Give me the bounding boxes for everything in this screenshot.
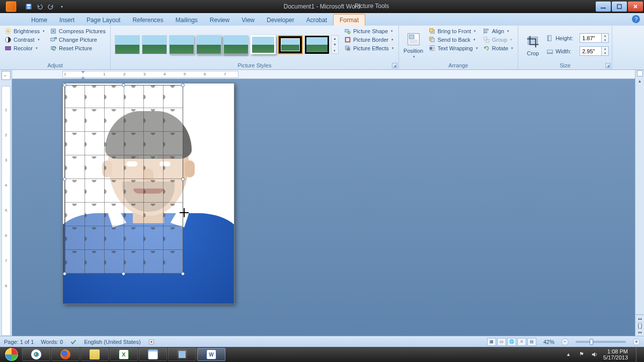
taskbar-excel[interactable]: X <box>110 348 138 361</box>
position-button[interactable]: Position <box>402 27 425 62</box>
vertical-scrollbar[interactable]: ▲ ▴▴ ▾▾ <box>635 70 644 336</box>
proofing-icon[interactable] <box>70 338 77 345</box>
width-spinner[interactable]: ▲▼ <box>580 46 609 56</box>
minimize-button[interactable] <box>596 2 611 12</box>
send-to-back-button[interactable]: Send to Back <box>427 36 479 44</box>
start-button[interactable] <box>2 347 21 362</box>
view-draft[interactable]: ▤ <box>527 338 536 346</box>
group-button[interactable]: Group <box>481 36 515 44</box>
width-up-icon[interactable]: ▲ <box>602 47 608 51</box>
ruler-toggle[interactable] <box>637 70 643 76</box>
rotate-button[interactable]: Rotate <box>481 44 515 52</box>
tab-view[interactable]: View <box>235 15 261 26</box>
tab-references[interactable]: References <box>126 15 169 26</box>
taskbar-chrome[interactable] <box>22 348 50 361</box>
size-launcher[interactable]: ◢ <box>605 63 611 68</box>
taskbar-explorer[interactable] <box>80 348 109 361</box>
tab-developer[interactable]: Developer <box>261 15 300 26</box>
view-print-layout[interactable]: ▦ <box>487 338 496 346</box>
compress-pictures-button[interactable]: Compress Pictures <box>48 27 107 35</box>
styles-gallery-scroll[interactable]: ▲ ▼ ▾ <box>331 35 339 54</box>
tray-show-hidden-icon[interactable]: ▴ <box>567 351 574 358</box>
style-thumb-7[interactable] <box>278 35 303 54</box>
gallery-down-icon[interactable]: ▼ <box>332 42 338 47</box>
taskbar-notepad[interactable] <box>139 348 167 361</box>
taskbar-word[interactable]: W <box>197 348 225 361</box>
height-down-icon[interactable]: ▼ <box>602 38 608 43</box>
style-thumb-4[interactable] <box>196 35 221 54</box>
tab-review[interactable]: Review <box>204 15 235 26</box>
office-button[interactable] <box>0 0 22 13</box>
picture-effects-button[interactable]: Picture Effects <box>343 44 395 52</box>
indent-marker[interactable] <box>81 71 86 79</box>
height-up-icon[interactable]: ▲ <box>602 34 608 38</box>
tab-mailings[interactable]: Mailings <box>170 15 204 26</box>
close-button[interactable] <box>628 2 643 12</box>
style-thumb-2[interactable] <box>142 35 167 54</box>
style-thumb-8[interactable] <box>305 36 329 54</box>
change-picture-button[interactable]: Change Picture <box>48 36 107 44</box>
height-input[interactable] <box>580 34 601 42</box>
text-wrapping-button[interactable]: Text Wrapping <box>427 44 479 52</box>
scroll-up-icon[interactable]: ▲ <box>635 77 644 85</box>
zoom-slider[interactable] <box>576 341 626 343</box>
view-full-screen[interactable]: ▭ <box>497 338 506 346</box>
tab-insert[interactable]: Insert <box>53 15 80 26</box>
picture-styles-gallery[interactable]: ▲ ▼ ▾ <box>114 27 341 62</box>
gallery-up-icon[interactable]: ▲ <box>332 36 338 41</box>
prev-page-icon[interactable]: ▴▴ <box>635 315 644 322</box>
view-outline[interactable]: ≡ <box>517 338 526 346</box>
reset-picture-button[interactable]: Reset Picture <box>48 44 107 52</box>
tab-page-layout[interactable]: Page Layout <box>80 15 126 26</box>
document-page[interactable] <box>62 83 234 304</box>
qat-customize-icon[interactable]: ▾ <box>58 3 65 10</box>
height-spinner[interactable]: ▲▼ <box>580 33 609 43</box>
style-thumb-1[interactable] <box>115 35 140 54</box>
style-thumb-5[interactable] <box>223 35 249 54</box>
taskbar-firefox[interactable] <box>51 348 79 361</box>
view-web-layout[interactable]: 🌐 <box>507 338 516 346</box>
width-down-icon[interactable]: ▼ <box>602 51 608 56</box>
next-page-icon[interactable]: ▾▾ <box>635 329 644 336</box>
align-button[interactable]: Align <box>481 27 515 35</box>
help-icon[interactable]: ? <box>632 15 640 23</box>
puzzle-overlay-selection[interactable] <box>64 85 183 274</box>
macro-record-icon[interactable] <box>148 338 155 345</box>
zoom-out-button[interactable]: − <box>561 338 569 345</box>
status-words[interactable]: Words: 0 <box>41 339 63 345</box>
style-thumb-3[interactable] <box>169 35 194 54</box>
tab-format[interactable]: Format <box>333 14 365 26</box>
gallery-more-icon[interactable]: ▾ <box>332 48 338 53</box>
horizontal-ruler[interactable]: 1 1 2 3 4 5 6 7 <box>12 70 635 79</box>
taskbar-media[interactable] <box>168 348 196 361</box>
tray-action-center-icon[interactable]: ⚑ <box>579 351 586 358</box>
save-icon[interactable] <box>25 3 32 10</box>
browse-object-icon[interactable] <box>635 322 644 329</box>
picture-border-button[interactable]: Picture Border <box>343 36 395 44</box>
status-language[interactable]: English (United States) <box>84 339 141 345</box>
width-input[interactable] <box>580 47 601 55</box>
recolor-button[interactable]: Recolor <box>3 44 46 52</box>
show-desktop-button[interactable] <box>636 347 641 362</box>
status-page[interactable]: Page: 1 of 1 <box>4 339 34 345</box>
redo-icon[interactable] <box>47 3 54 10</box>
crop-button[interactable]: Crop <box>521 27 544 62</box>
tray-volume-icon[interactable] <box>591 351 598 358</box>
tab-home[interactable]: Home <box>25 15 53 26</box>
bring-to-front-button[interactable]: Bring to Front <box>427 27 479 35</box>
picture-shape-button[interactable]: Picture Shape <box>343 27 395 35</box>
undo-icon[interactable] <box>36 3 43 10</box>
tab-selector[interactable]: ⌐ <box>2 71 11 80</box>
inserted-picture[interactable] <box>63 83 234 304</box>
zoom-in-button[interactable]: + <box>633 338 640 345</box>
svg-point-20 <box>348 31 350 34</box>
contrast-button[interactable]: Contrast <box>3 36 46 44</box>
brightness-button[interactable]: Brightness <box>3 27 46 35</box>
style-thumb-6[interactable] <box>251 35 276 54</box>
tab-acrobat[interactable]: Acrobat <box>300 15 333 26</box>
vertical-ruler[interactable]: 12 34 56 78 <box>2 86 11 336</box>
styles-launcher[interactable]: ◢ <box>392 63 397 68</box>
zoom-level[interactable]: 42% <box>543 339 554 345</box>
maximize-button[interactable] <box>612 2 627 12</box>
tray-clock[interactable]: 1:08 PM 5/17/2013 <box>603 348 628 360</box>
